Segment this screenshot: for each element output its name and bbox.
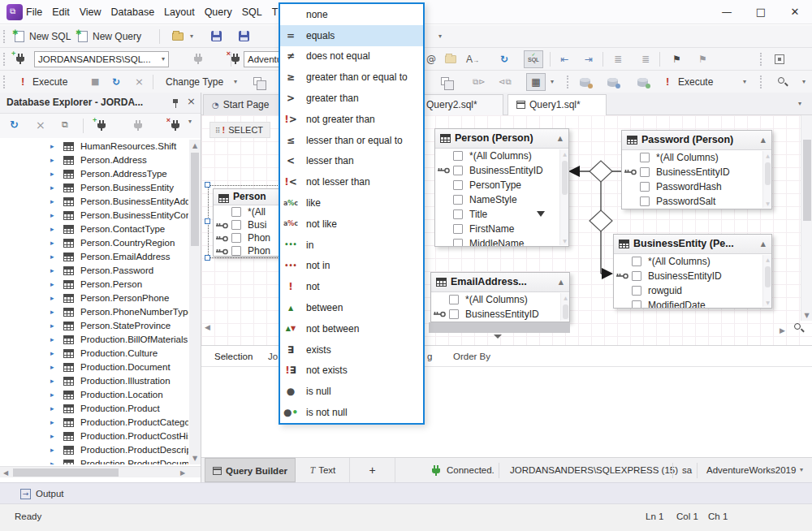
column-checkbox[interactable] bbox=[632, 257, 641, 266]
column-checkbox[interactable] bbox=[640, 196, 650, 206]
expand-chevron-icon[interactable]: ▸ bbox=[50, 430, 54, 443]
tree-item[interactable]: ▸ Person.Person bbox=[0, 278, 188, 291]
tree-item[interactable]: ▸ Production.Illustration bbox=[0, 374, 188, 388]
column-row[interactable]: ModifiedDate bbox=[614, 298, 762, 309]
column-row[interactable]: *(All Columns) bbox=[614, 254, 762, 269]
tab-query-builder[interactable]: Query Builder bbox=[205, 458, 296, 482]
column-row[interactable]: PersonType bbox=[435, 178, 559, 192]
card-scrollbar[interactable]: ▲▼ bbox=[762, 151, 771, 208]
save-icon[interactable] bbox=[211, 31, 222, 41]
variable-icon[interactable]: @ bbox=[426, 54, 436, 65]
tree-item[interactable]: ▸ Person.Address bbox=[0, 153, 188, 167]
explorer-close-icon[interactable]: × bbox=[187, 95, 196, 107]
fit-to-screen-icon[interactable] bbox=[775, 54, 784, 64]
collapse-arrow-icon[interactable]: ▲ bbox=[761, 235, 766, 253]
tree-item[interactable]: ▸ Person.BusinessEntity bbox=[0, 181, 188, 195]
card-scrollbar[interactable]: ▲▼ bbox=[762, 255, 771, 307]
filter-icon[interactable] bbox=[537, 211, 545, 217]
collapse-arrow-icon[interactable]: ▲ bbox=[761, 131, 766, 149]
menu-item[interactable]: File bbox=[21, 0, 47, 24]
menu-item[interactable]: SQL bbox=[237, 0, 267, 24]
chevron-down-icon[interactable] bbox=[494, 335, 502, 339]
column-checkbox[interactable] bbox=[453, 195, 463, 205]
operator-menu-item[interactable]: ● is null bbox=[280, 381, 423, 402]
tab-selection[interactable]: Selection bbox=[214, 346, 253, 367]
toolbar-grip[interactable] bbox=[3, 76, 6, 88]
database-history-icon[interactable] bbox=[607, 78, 618, 87]
connection-combo[interactable]: JORDANSANDERS\SQL...▾ bbox=[34, 51, 169, 67]
operator-menu-item[interactable]: ▲▼ not between bbox=[280, 318, 423, 339]
operator-menu-item[interactable]: ≠ does not equal bbox=[280, 46, 423, 67]
tree-item[interactable]: ▸ Production.ProductCatego bbox=[0, 416, 188, 430]
output-tab[interactable]: Output bbox=[36, 489, 64, 499]
tree-item[interactable]: ▸ Person.ContactType bbox=[0, 222, 188, 236]
tab-joins[interactable]: Jo bbox=[268, 346, 278, 367]
column-checkbox[interactable] bbox=[449, 295, 459, 304]
column-checkbox[interactable] bbox=[632, 271, 641, 281]
table-card-person[interactable]: Person (Person) ▲ *(All Columns) bbox=[434, 128, 569, 247]
card-header[interactable]: BusinessEntity (Pe... ▲ bbox=[614, 235, 771, 254]
selection-handle[interactable] bbox=[205, 218, 210, 224]
scroll-down-arrow[interactable]: ▼ bbox=[189, 455, 201, 462]
card-scrollbar[interactable]: ▲▼ bbox=[559, 149, 568, 245]
operator-menu-item[interactable]: ! not bbox=[280, 276, 423, 297]
menu-item[interactable]: Edit bbox=[47, 0, 75, 24]
menu-item[interactable]: Query bbox=[200, 0, 237, 24]
operator-menu-item[interactable]: ≥ greater than or equal to bbox=[280, 67, 423, 88]
operator-menu-item[interactable]: ≤ lesser than or equal to bbox=[280, 130, 423, 151]
tree-item[interactable]: ▸ Production.Culture bbox=[0, 347, 188, 360]
navigate-icon[interactable]: A→ bbox=[466, 54, 479, 67]
operator-menu-item[interactable]: a%c not like bbox=[280, 214, 423, 235]
new-sql-button[interactable]: New SQL bbox=[29, 25, 71, 48]
expand-chevron-icon[interactable]: ▸ bbox=[50, 236, 54, 250]
column-row[interactable]: BusinessEntityID bbox=[431, 307, 560, 322]
tree-item[interactable]: ▸ Person.BusinessEntityAddr bbox=[0, 195, 188, 209]
database-dropdown-arrow[interactable]: ▾ bbox=[800, 459, 803, 481]
expand-chevron-icon[interactable]: ▸ bbox=[50, 195, 54, 209]
expand-chevron-icon[interactable]: ▸ bbox=[50, 347, 54, 360]
operator-menu-item[interactable]: ▲ between bbox=[280, 297, 423, 318]
toolbar-grip[interactable] bbox=[760, 53, 762, 66]
expand-chevron-icon[interactable]: ▸ bbox=[50, 360, 54, 374]
expand-chevron-icon[interactable]: ▸ bbox=[50, 140, 54, 153]
tree-item[interactable]: ▸ Production.ProductDescrip bbox=[0, 443, 188, 457]
selection-handle[interactable] bbox=[205, 182, 210, 188]
card-header[interactable]: Password (Person) ▲ bbox=[622, 131, 771, 150]
menu-item[interactable]: View bbox=[75, 0, 106, 24]
toolbar-overflow-arrow[interactable]: ▾ bbox=[743, 71, 746, 93]
connect-icon[interactable] bbox=[194, 54, 202, 64]
database-edit-icon[interactable] bbox=[580, 78, 590, 87]
expand-chevron-icon[interactable]: ▸ bbox=[50, 250, 54, 264]
column-checkbox[interactable] bbox=[453, 224, 463, 234]
pin-icon[interactable] bbox=[172, 99, 179, 108]
expand-chevron-icon[interactable]: ▸ bbox=[50, 264, 54, 278]
column-checkbox[interactable] bbox=[640, 182, 650, 192]
expand-chevron-icon[interactable]: ▸ bbox=[50, 416, 54, 430]
recent-files-icon[interactable] bbox=[445, 55, 456, 63]
operator-menu-item[interactable]: !∃ not exists bbox=[280, 360, 423, 382]
expand-chevron-icon[interactable]: ▸ bbox=[50, 209, 54, 222]
tree-item[interactable]: ▸ HumanResources.Shift bbox=[0, 140, 188, 153]
decrease-indent-icon[interactable]: ⇤ bbox=[560, 54, 568, 65]
paste-data-icon[interactable]: ⊲⧉ bbox=[499, 76, 512, 88]
stop-icon[interactable]: ■ bbox=[91, 76, 99, 88]
explorer-toolbar-overflow[interactable]: ▾ bbox=[188, 110, 192, 133]
scroll-right-arrow[interactable]: ▶ bbox=[180, 469, 185, 477]
indent-lines-icon[interactable]: ≣ bbox=[614, 54, 622, 65]
bookmark-icon[interactable]: ⚑ bbox=[672, 54, 681, 65]
tree-item[interactable]: ▸ Person.PhoneNumberType bbox=[0, 305, 188, 319]
column-row[interactable]: rowguid bbox=[614, 283, 762, 298]
tree-item[interactable]: ▸ Production.Document bbox=[0, 360, 188, 374]
column-row[interactable]: MiddleName bbox=[435, 236, 559, 247]
column-checkbox[interactable] bbox=[231, 246, 241, 256]
scrollbar-thumb[interactable] bbox=[191, 153, 199, 246]
expand-chevron-icon[interactable]: ▸ bbox=[50, 374, 54, 388]
expand-chevron-icon[interactable]: ▸ bbox=[50, 333, 54, 347]
selection-handle[interactable] bbox=[205, 255, 210, 261]
maximize-button[interactable]: □ bbox=[747, 0, 775, 24]
open-file-dropdown-arrow[interactable]: ▾ bbox=[190, 25, 193, 48]
table-card-emailaddress[interactable]: EmailAddress... ▲ *(All Columns) bbox=[430, 272, 570, 322]
column-checkbox[interactable] bbox=[231, 207, 241, 217]
tree-item[interactable]: ▸ Person.Password bbox=[0, 264, 188, 278]
column-checkbox[interactable] bbox=[632, 300, 641, 309]
